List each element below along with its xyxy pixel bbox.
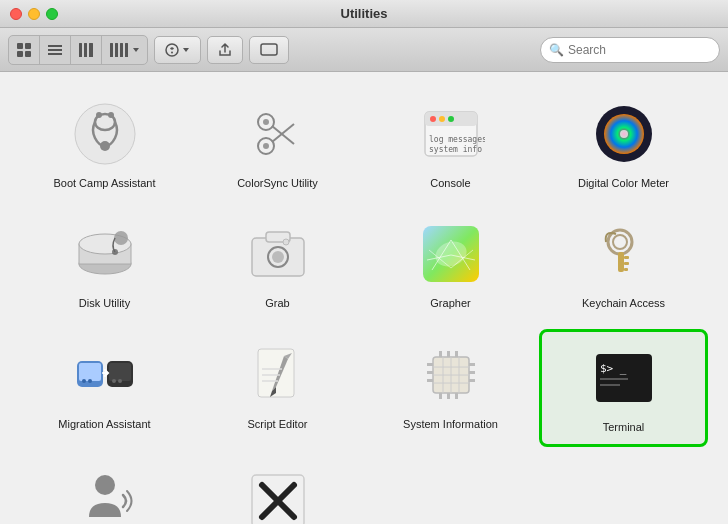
app-item-x11[interactable]: X11 [193, 455, 362, 524]
app-label-digital-color-meter: Digital Color Meter [578, 176, 669, 190]
svg-point-61 [88, 379, 92, 383]
svg-rect-59 [79, 363, 101, 381]
minimize-button[interactable] [28, 8, 40, 20]
svg-rect-82 [469, 379, 475, 382]
app-item-colorsync[interactable]: ColorSync Utility [193, 88, 362, 200]
app-item-grapher[interactable]: Grapher [366, 208, 535, 320]
svg-point-93 [95, 475, 115, 495]
maximize-button[interactable] [46, 8, 58, 20]
app-item-voiceover-utility[interactable]: VoiceOver Utility [20, 455, 189, 524]
svg-rect-86 [439, 393, 442, 399]
svg-point-39 [620, 130, 628, 138]
app-label-system-information: System Information [403, 417, 498, 431]
svg-point-53 [613, 235, 627, 249]
app-label-disk-utility: Disk Utility [79, 296, 130, 310]
view-icon-button[interactable] [9, 36, 40, 64]
app-item-grab[interactable]: Grab [193, 208, 362, 320]
share-button[interactable] [207, 36, 243, 64]
svg-rect-87 [447, 393, 450, 399]
svg-rect-80 [469, 363, 475, 366]
digital-color-meter-icon [588, 98, 660, 170]
app-label-script-editor: Script Editor [248, 417, 308, 431]
svg-point-60 [82, 379, 86, 383]
app-label-keychain-access: Keychain Access [582, 296, 665, 310]
script-editor-icon [242, 339, 314, 411]
svg-point-16 [171, 51, 173, 53]
svg-line-26 [272, 126, 294, 144]
disk-utility-icon [69, 218, 141, 290]
svg-point-23 [108, 112, 114, 118]
app-label-boot-camp: Boot Camp Assistant [53, 176, 155, 190]
svg-rect-2 [17, 51, 23, 57]
app-label-grapher: Grapher [430, 296, 470, 310]
view-list-button[interactable] [40, 36, 71, 64]
window-title: Utilities [341, 6, 388, 21]
toolbar: 🔍 [0, 28, 728, 72]
app-item-system-information[interactable]: System Information [366, 329, 535, 447]
view-flow-button[interactable] [102, 36, 147, 64]
system-information-icon [415, 339, 487, 411]
svg-rect-83 [439, 351, 442, 357]
svg-point-29 [263, 143, 269, 149]
svg-rect-85 [455, 351, 458, 357]
search-input[interactable] [568, 43, 711, 57]
grapher-icon [415, 218, 487, 290]
svg-rect-79 [427, 379, 433, 382]
terminal-icon: $> _ [588, 342, 660, 414]
svg-rect-8 [84, 43, 87, 57]
boot-camp-icon [69, 98, 141, 170]
svg-rect-57 [624, 268, 628, 271]
svg-rect-0 [17, 43, 23, 49]
svg-marker-14 [133, 48, 139, 52]
svg-rect-56 [624, 262, 629, 265]
svg-point-48 [272, 251, 284, 263]
svg-text:system info: system info [429, 145, 482, 154]
svg-rect-13 [125, 43, 128, 57]
app-item-migration-assistant[interactable]: Migration Assistant [20, 329, 189, 447]
app-item-console[interactable]: log messages... system info Console [366, 88, 535, 200]
app-label-console: Console [430, 176, 470, 190]
svg-point-64 [112, 379, 116, 383]
view-columns-button[interactable] [71, 36, 102, 64]
app-label-grab: Grab [265, 296, 289, 310]
screen-button[interactable] [249, 36, 289, 64]
svg-point-21 [100, 141, 110, 151]
svg-rect-77 [427, 363, 433, 366]
svg-rect-84 [447, 351, 450, 357]
app-item-script-editor[interactable]: Script Editor [193, 329, 362, 447]
svg-text:$> _: $> _ [600, 362, 627, 375]
svg-text:log messages...: log messages... [429, 135, 485, 144]
svg-rect-9 [89, 43, 93, 57]
svg-point-15 [166, 44, 178, 56]
svg-rect-18 [261, 44, 277, 55]
app-label-migration-assistant: Migration Assistant [58, 417, 150, 431]
svg-rect-55 [624, 256, 629, 259]
app-item-terminal[interactable]: $> _ Terminal [539, 329, 708, 447]
app-item-boot-camp[interactable]: Boot Camp Assistant [20, 88, 189, 200]
colorsync-icon [242, 98, 314, 170]
keychain-access-icon [588, 218, 660, 290]
svg-rect-11 [115, 43, 118, 57]
close-button[interactable] [10, 8, 22, 20]
main-content: Boot Camp Assistant ColorSync Utility [0, 72, 728, 524]
svg-rect-6 [48, 53, 62, 55]
svg-point-33 [439, 116, 445, 122]
app-label-colorsync: ColorSync Utility [237, 176, 318, 190]
svg-rect-54 [618, 252, 624, 272]
svg-line-27 [272, 124, 294, 142]
svg-point-32 [430, 116, 436, 122]
app-item-keychain-access[interactable]: Keychain Access [539, 208, 708, 320]
migration-assistant-icon [69, 339, 141, 411]
app-item-digital-color-meter[interactable]: Digital Color Meter [539, 88, 708, 200]
svg-rect-91 [600, 378, 628, 380]
svg-point-28 [263, 119, 269, 125]
svg-rect-78 [427, 371, 433, 374]
svg-rect-1 [25, 43, 31, 49]
svg-rect-81 [469, 371, 475, 374]
action-button[interactable] [154, 36, 201, 64]
svg-rect-7 [79, 43, 82, 57]
svg-rect-3 [25, 51, 31, 57]
console-icon: log messages... system info [415, 98, 487, 170]
app-item-disk-utility[interactable]: Disk Utility [20, 208, 189, 320]
search-box[interactable]: 🔍 [540, 37, 720, 63]
